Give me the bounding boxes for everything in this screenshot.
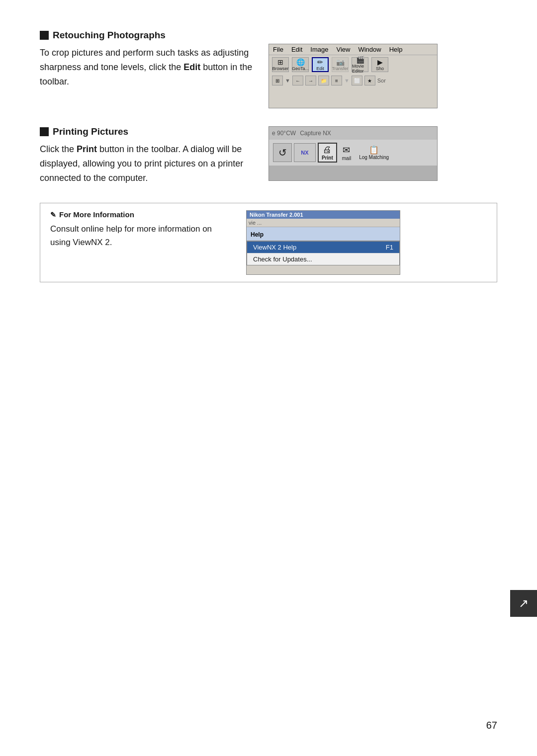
more-info-heading: ✎ For More Information [50,210,234,219]
print-label: Print [322,155,333,161]
printing-section: Printing Pictures Click the Print button… [40,126,497,185]
menu-window: Window [358,46,381,53]
retouching-title: Retouching Photographs [53,30,166,41]
retouching-screenshot: File Edit Image View Window Help ⊞ Brows… [268,30,438,108]
help-menu-label: Help [251,231,264,238]
edit-btn[interactable]: ✏ Edit [312,57,329,72]
menu-image: Image [310,46,328,53]
menu-help: Help [389,46,403,53]
log-matching-label: Log Matching [359,155,389,160]
folder-icon[interactable]: 📁 [318,76,329,85]
retouching-body: To crop pictures and perform such tasks … [40,46,254,88]
help-title-text: Nikon Transfer 2.001 [250,212,303,218]
heading-square-2-icon [40,127,49,136]
more-info-body: Consult online help for more information… [50,223,234,249]
retouching-section: Retouching Photographs To crop pictures … [40,30,497,108]
rotate-label: e 90°CW [272,130,296,137]
toolbar-2-image: e 90°CW Capture NX ↺ NX 🖨 Print [268,126,438,181]
log-matching-btn[interactable]: 📋 Log Matching [356,144,392,161]
edit-icon: ✏ [317,59,323,66]
toolbar-row-2: ⊞ ▼ ← → 📁 ≡ ▼ ⬜ ★ Sor [269,74,437,87]
geotag-btn[interactable]: 🌐 GeoTa... [292,57,309,72]
menu2-icon[interactable]: ≡ [331,76,342,85]
page-number: 67 [486,720,497,731]
browser-icon: ⊞ [277,59,283,66]
printing-body: Click the Print button in the toolbar. A… [40,142,254,185]
rotate-icon: ↺ [278,147,287,159]
print-btn[interactable]: 🖨 Print [318,143,337,163]
email-icon: ✉ [343,145,350,156]
star-icon[interactable]: ★ [364,76,375,85]
retouching-heading: Retouching Photographs [40,30,254,41]
help-titlebar: Nikon Transfer 2.001 [247,211,400,219]
back-icon[interactable]: ← [292,76,303,85]
grid-icon[interactable]: ⊞ [272,76,283,85]
bookmark-tab[interactable]: ↗ [510,590,537,617]
movie-editor-icon: 🎬 [356,56,364,63]
toolbar2-top-strip: e 90°CW Capture NX [269,127,437,140]
heading-square-icon [40,31,49,40]
bookmark-icon: ↗ [519,596,529,610]
printing-bold: Print [77,144,97,154]
toolbar-1-image: File Edit Image View Window Help ⊞ Brows… [268,44,438,108]
email-btn[interactable]: ✉ mail [339,144,354,162]
forward-icon[interactable]: → [305,76,316,85]
browser-btn[interactable]: ⊞ Browser [272,57,289,72]
toolbar-icons-row-1: ⊞ Browser 🌐 GeoTa... ✏ Edit 📷 Transfer [269,55,437,74]
help-item-2-label: Check for Updates... [253,255,312,263]
printing-screenshot: e 90°CW Capture NX ↺ NX 🖨 Print [268,126,438,181]
copy-icon[interactable]: ⬜ [352,76,362,85]
help-menu-strip: Help [247,227,400,241]
help-item-2[interactable]: Check for Updates... [247,253,399,265]
nx-icon: NX [301,150,308,156]
printing-body-1: Click the [40,144,77,154]
printing-heading: Printing Pictures [40,126,254,137]
help-dropdown: ViewNX 2 Help F1 Check for Updates... [247,241,400,265]
capture-nx-label: Capture NX [300,130,331,137]
menu-file: File [273,46,283,53]
transfer-btn[interactable]: 📷 Transfer [332,57,349,72]
movie-editor-btn[interactable]: 🎬 Movie Editor [352,57,368,72]
more-info-text: ✎ For More Information Consult online he… [50,210,234,249]
menubar-1: File Edit Image View Window Help [269,44,437,55]
rotate-btn[interactable]: ↺ [273,143,292,162]
printing-text: Printing Pictures Click the Print button… [40,126,254,185]
email-label: mail [342,156,351,161]
toolbar2-main-row: ↺ NX 🖨 Print ✉ mail 📋 Log [269,140,437,166]
help-toolbar-strip: vie ... [247,219,400,227]
help-item-1-key: F1 [386,244,393,251]
print-icon: 🖨 [323,145,332,155]
retouching-bold: Edit [183,62,200,72]
more-info-box: ✎ For More Information Consult online he… [40,203,497,282]
help-item-1[interactable]: ViewNX 2 Help F1 [247,242,399,253]
log-matching-icon: 📋 [369,145,379,155]
transfer-icon: 📷 [336,59,345,66]
help-toolbar-text: vie ... [249,220,262,226]
nx-btn[interactable]: NX [294,143,316,162]
menu-edit: Edit [291,46,302,53]
menu-view: View [337,46,351,53]
geotag-icon: 🌐 [296,59,305,66]
help-screenshot: Nikon Transfer 2.001 vie ... Help ViewNX… [246,210,400,275]
sho-btn[interactable]: ▶ Sho [371,57,388,72]
help-item-1-label: ViewNX 2 Help [253,244,296,251]
printing-title: Printing Pictures [53,126,128,137]
sho-icon: ▶ [377,59,383,66]
more-info-title: For More Information [59,210,134,219]
pencil-icon: ✎ [50,211,56,219]
retouching-text: Retouching Photographs To crop pictures … [40,30,254,88]
